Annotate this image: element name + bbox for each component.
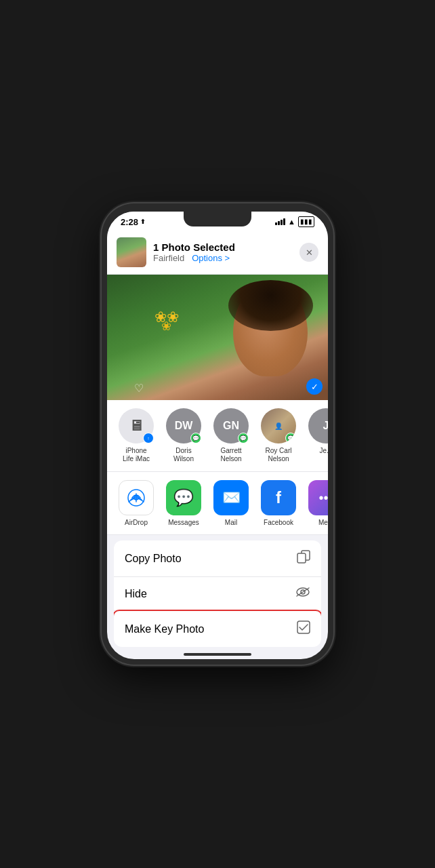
app-name-airdrop: AirDrop xyxy=(125,519,148,526)
mail-icon: ✉️ xyxy=(213,480,249,515)
home-indicator xyxy=(184,653,251,656)
photo-area: ❀❀ ❀ ♡ ✓ xyxy=(107,275,328,400)
close-button[interactable]: ✕ xyxy=(299,243,318,262)
time-display: 2:28 xyxy=(121,217,138,227)
action-list: Copy Photo Hide xyxy=(114,540,321,647)
signal-bar-4 xyxy=(283,218,285,225)
signal-bar-3 xyxy=(281,220,283,225)
device-avatar: 🖥 ↑ xyxy=(119,408,154,443)
message-badge-rc: 💬 xyxy=(285,433,296,443)
signal-icon xyxy=(275,218,285,225)
share-title: 1 Photo Selected xyxy=(153,241,293,253)
contact-name-imac: iPhoneLife iMac xyxy=(123,447,150,463)
app-messages[interactable]: 💬 Messages xyxy=(164,480,203,526)
app-mail[interactable]: ✉️ Mail xyxy=(211,480,251,526)
contact-roy-carl-nelson[interactable]: 👤 💬 Roy CarlNelson xyxy=(259,408,298,463)
copy-photo-action[interactable]: Copy Photo xyxy=(114,540,321,577)
location-label: Fairfield xyxy=(153,253,184,263)
contact-garrett-nelson[interactable]: GN 💬 GarrettNelson xyxy=(211,408,251,463)
message-badge-dw: 💬 xyxy=(190,433,201,443)
make-key-photo-label: Make Key Photo xyxy=(125,623,204,635)
share-info: 1 Photo Selected Fairfield Options > xyxy=(153,241,293,263)
airdrop-icon xyxy=(119,480,154,515)
rc-photo: 👤 xyxy=(274,422,283,430)
facebook-icon: f xyxy=(261,480,296,515)
status-time: 2:28 ⬆ xyxy=(121,217,146,227)
message-badge-gn: 💬 xyxy=(238,433,249,443)
signal-bar-1 xyxy=(275,222,277,225)
avatar-gn: GN 💬 xyxy=(213,408,249,443)
app-name-messages: Messages xyxy=(168,519,199,526)
airdrop-badge: ↑ xyxy=(143,433,154,443)
status-icons: ▲ ▮▮▮ xyxy=(275,216,314,227)
contact-doris-wilson[interactable]: DW 💬 DorisWilson xyxy=(164,408,203,463)
flower-stem: ❀ xyxy=(161,319,171,334)
contact-name-gn: GarrettNelson xyxy=(220,447,241,463)
phone-screen: 2:28 ⬆ ▲ ▮▮▮ 1 Photo Selected xyxy=(107,212,328,659)
location-icon: ⬆ xyxy=(140,218,146,225)
messages-icon: 💬 xyxy=(166,480,201,515)
options-link[interactable]: Options > xyxy=(192,253,230,263)
selected-badge: ✓ xyxy=(306,378,323,395)
thumbnail-image xyxy=(117,237,146,267)
imac-icon: 🖥 xyxy=(129,417,144,435)
hide-label: Hide xyxy=(125,588,147,600)
app-name-more: Me... xyxy=(318,519,328,526)
signal-bar-2 xyxy=(278,221,280,225)
wifi-icon: ▲ xyxy=(288,218,295,226)
apps-row: AirDrop 💬 Messages ✉️ Mail f Facebook ••… xyxy=(107,472,328,535)
avatar-rc: 👤 💬 xyxy=(261,408,296,443)
avatar-je: J xyxy=(308,408,328,443)
share-header: 1 Photo Selected Fairfield Options > ✕ xyxy=(107,231,328,275)
contact-je[interactable]: J Je... xyxy=(306,408,328,463)
app-airdrop[interactable]: AirDrop xyxy=(117,480,156,526)
checkbox-icon xyxy=(297,620,310,637)
more-icon: ••• xyxy=(308,480,328,515)
share-thumbnail xyxy=(117,237,146,267)
app-more[interactable]: ••• Me... xyxy=(306,480,328,526)
avatar-dw: DW 💬 xyxy=(166,408,201,443)
phone-frame: 2:28 ⬆ ▲ ▮▮▮ 1 Photo Selected xyxy=(102,203,333,665)
copy-icon xyxy=(297,550,310,567)
child-hair xyxy=(228,280,313,331)
hide-icon xyxy=(295,587,310,601)
heart-icon: ♡ xyxy=(134,382,144,395)
contact-name-dw: DorisWilson xyxy=(173,447,194,463)
share-subtitle: Fairfield Options > xyxy=(153,253,293,263)
contact-name-je: Je... xyxy=(320,447,328,455)
battery-icon: ▮▮▮ xyxy=(298,216,314,227)
hide-action[interactable]: Hide xyxy=(114,577,321,611)
app-name-facebook: Facebook xyxy=(264,519,293,526)
contact-iphone-life-imac[interactable]: 🖥 ↑ iPhoneLife iMac xyxy=(117,408,156,463)
notch xyxy=(184,212,251,226)
app-facebook[interactable]: f Facebook xyxy=(259,480,298,526)
copy-photo-label: Copy Photo xyxy=(125,553,182,565)
app-name-mail: Mail xyxy=(225,519,237,526)
make-key-photo-action[interactable]: Make Key Photo xyxy=(114,611,321,647)
contact-name-rc: Roy CarlNelson xyxy=(266,447,292,463)
svg-rect-3 xyxy=(297,553,306,563)
contacts-row: 🖥 ↑ iPhoneLife iMac DW 💬 DorisWilson GN … xyxy=(107,400,328,472)
